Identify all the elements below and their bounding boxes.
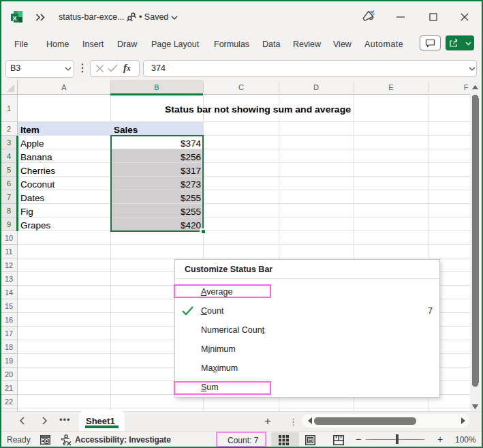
svg-text:18: 18 [5, 343, 13, 351]
svg-text:X: X [12, 14, 17, 22]
svg-text:17: 17 [5, 329, 13, 338]
svg-text:D: D [313, 83, 319, 91]
svg-text:3: 3 [7, 138, 11, 147]
svg-text:Cherries: Cherries [20, 166, 55, 176]
svg-text:$374: $374 [181, 138, 202, 149]
svg-text:C: C [238, 83, 244, 91]
svg-text:Banana: Banana [20, 152, 52, 162]
svg-text:Dates: Dates [20, 193, 45, 203]
svg-text:$256: $256 [181, 152, 201, 162]
svg-text:Coconut: Coconut [20, 179, 55, 190]
svg-text:14: 14 [5, 288, 13, 297]
svg-text:8: 8 [7, 207, 11, 215]
svg-text:13: 13 [5, 275, 13, 283]
svg-text:10: 10 [5, 234, 13, 242]
svg-text:B: B [154, 83, 159, 91]
svg-text:Fig: Fig [20, 207, 33, 217]
svg-text:9: 9 [7, 220, 11, 228]
svg-text:$420: $420 [181, 220, 201, 230]
svg-text:Sales: Sales [114, 125, 138, 135]
svg-text:$317: $317 [181, 166, 201, 176]
svg-text:A: A [61, 83, 67, 91]
svg-text:$273: $273 [181, 179, 201, 190]
svg-text:19: 19 [5, 357, 13, 365]
svg-text:20: 20 [5, 370, 13, 378]
svg-text:12: 12 [5, 261, 13, 269]
svg-text:Grapes: Grapes [20, 220, 51, 230]
svg-text:7: 7 [7, 193, 11, 201]
svg-text:22: 22 [5, 398, 13, 406]
svg-text:21: 21 [5, 384, 13, 392]
svg-text:5: 5 [7, 166, 11, 174]
svg-text:F: F [464, 83, 469, 91]
svg-text:4: 4 [7, 152, 11, 160]
svg-text:$255: $255 [181, 207, 201, 217]
svg-text:1: 1 [7, 104, 11, 113]
svg-text:Item: Item [20, 125, 40, 135]
svg-text:Apple: Apple [20, 138, 44, 149]
svg-text:E: E [388, 83, 393, 91]
svg-text:2: 2 [7, 125, 11, 133]
svg-text:16: 16 [5, 316, 13, 324]
svg-text:6: 6 [7, 179, 11, 188]
svg-text:15: 15 [5, 302, 13, 310]
svg-text:11: 11 [5, 248, 12, 256]
svg-text:Status bar not showing sum and: Status bar not showing sum and average [165, 104, 351, 115]
svg-text:$255: $255 [181, 193, 201, 203]
